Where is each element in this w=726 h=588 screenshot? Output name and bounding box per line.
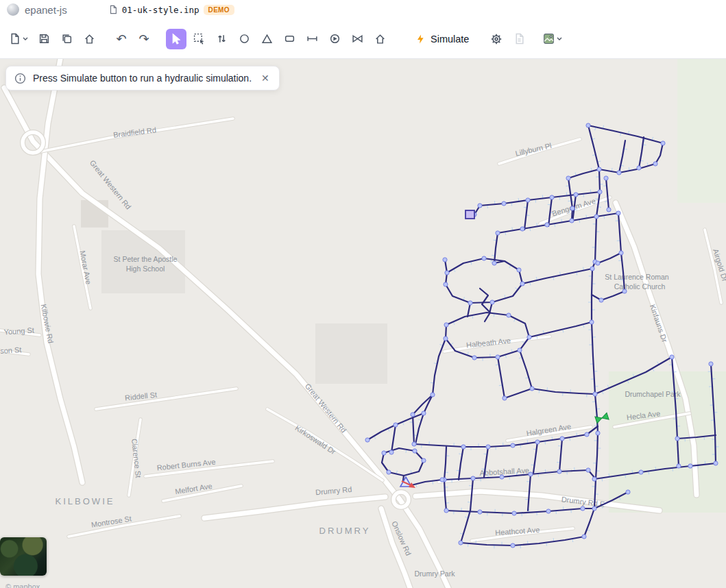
marquee-select-icon — [193, 33, 205, 45]
svg-text:KILBOWIE: KILBOWIE — [56, 496, 115, 506]
junction-tool[interactable] — [234, 29, 254, 49]
simulation-toast: Press Simulate button to run a hydraulic… — [5, 66, 280, 90]
file-name: 01-uk-style.inp — [122, 5, 199, 15]
simulate-button[interactable]: Simulate — [409, 29, 476, 49]
svg-text:St Laurence Roman: St Laurence Roman — [605, 273, 669, 281]
new-file-icon — [9, 33, 21, 45]
duplicate-icon — [61, 33, 73, 45]
toolbar: ↶ ↷ — [0, 19, 726, 59]
svg-text:son St: son St — [0, 345, 22, 355]
svg-text:High School: High School — [126, 265, 165, 273]
box-select-tool[interactable] — [189, 29, 209, 49]
svg-text:St Peter the Apostle: St Peter the Apostle — [114, 255, 178, 263]
svg-text:Kinfauns Dr: Kinfauns Dr — [649, 304, 669, 344]
circle-icon — [239, 33, 250, 45]
house-icon — [374, 33, 386, 45]
app-name: epanet-js — [25, 4, 67, 16]
gear-icon — [490, 33, 503, 45]
pump-tool[interactable] — [324, 29, 345, 49]
rounded-rect-icon — [284, 33, 295, 45]
report-button — [509, 29, 529, 49]
chevron-down-icon — [557, 37, 562, 41]
svg-text:Kirkoswald Dr: Kirkoswald Dr — [293, 424, 337, 456]
triangle-icon — [261, 33, 273, 45]
vertical-arrows-icon — [216, 33, 228, 45]
pipe-icon — [306, 33, 318, 45]
svg-text:Drumry Rd: Drumry Rd — [315, 485, 352, 497]
basemap-preview[interactable] — [0, 537, 47, 576]
redo-button[interactable]: ↷ — [134, 29, 154, 49]
svg-text:Great Western Rd: Great Western Rd — [304, 382, 348, 434]
bolt-icon — [415, 34, 426, 45]
svg-text:Lillyburn Pl: Lillyburn Pl — [515, 141, 553, 158]
home-icon — [84, 33, 95, 45]
svg-text:Braidfield Rd: Braidfield Rd — [113, 125, 157, 139]
basemap-thumbnail-icon — [543, 33, 555, 45]
svg-text:Drumry Park: Drumry Park — [415, 569, 456, 578]
app-logo-droplet-icon — [7, 3, 19, 16]
toast-close-button[interactable]: ✕ — [258, 71, 272, 85]
toast-text: Press Simulate button to run a hydraulic… — [33, 73, 252, 84]
undo-icon: ↶ — [116, 33, 126, 45]
map-svg[interactable]: Braidfield RdGreat Western RdMorar AveKi… — [0, 59, 726, 588]
customer-point-tool[interactable] — [370, 29, 390, 49]
svg-text:Catholic Church: Catholic Church — [614, 282, 666, 291]
svg-text:DRUMRY: DRUMRY — [319, 526, 371, 536]
valve-icon — [352, 33, 363, 45]
cursor-icon — [171, 33, 182, 45]
map-attribution: © mapbox — [5, 583, 40, 588]
file-icon — [108, 4, 118, 15]
simulate-label: Simulate — [431, 34, 469, 45]
save-icon — [38, 33, 50, 45]
home-button[interactable] — [79, 29, 99, 49]
svg-text:Heathcot Ave: Heathcot Ave — [495, 526, 540, 537]
file-menu-button[interactable] — [5, 29, 32, 49]
info-icon — [14, 73, 26, 84]
select-tool[interactable] — [166, 29, 186, 49]
pipe-tool[interactable] — [302, 29, 322, 49]
svg-text:Halbeath Ave: Halbeath Ave — [466, 336, 511, 350]
swap-arrows-tool[interactable] — [211, 29, 232, 49]
duplicate-button[interactable] — [56, 29, 77, 49]
report-doc-icon — [513, 33, 525, 45]
tank-symbol[interactable] — [465, 210, 474, 219]
redo-icon: ↷ — [138, 33, 149, 45]
settings-button[interactable] — [486, 29, 507, 49]
tank-tool[interactable] — [279, 29, 300, 49]
valve-tool[interactable] — [347, 29, 367, 49]
basemap-button[interactable] — [540, 29, 566, 49]
file-chip[interactable]: 01-uk-style.inp DEMO — [108, 4, 234, 15]
save-button[interactable] — [34, 29, 54, 49]
reservoir-tool[interactable] — [256, 29, 277, 49]
app-header: epanet-js 01-uk-style.inp DEMO — [0, 0, 726, 19]
map-area[interactable]: Braidfield RdGreat Western RdMorar AveKi… — [0, 59, 726, 588]
demo-badge: DEMO — [204, 5, 234, 15]
undo-button[interactable]: ↶ — [111, 29, 132, 49]
pump-icon — [329, 33, 341, 45]
chevron-down-icon — [23, 37, 28, 41]
